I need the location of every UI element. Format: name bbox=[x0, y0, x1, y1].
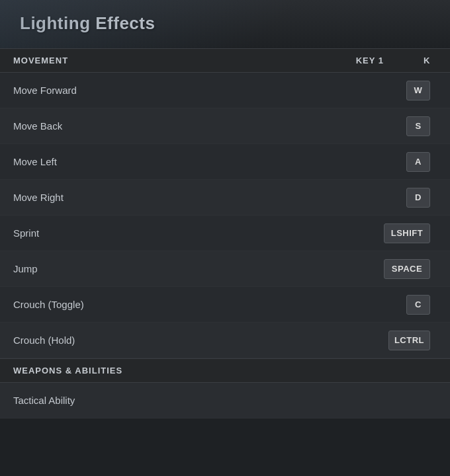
key1-binding-area[interactable]: SPACE bbox=[291, 259, 437, 279]
keybindings-content: MOVEMENT KEY 1 K Move Forward W Move Bac… bbox=[0, 49, 450, 418]
key-badge[interactable]: S bbox=[406, 116, 430, 136]
key-badge[interactable]: LCTRL bbox=[388, 331, 430, 350]
action-label: Move Forward bbox=[13, 85, 291, 96]
table-header: MOVEMENT KEY 1 K bbox=[0, 49, 450, 73]
key1-binding-area[interactable]: LCTRL bbox=[291, 331, 437, 350]
weapons-section-title: WEAPONS & ABILITIES bbox=[13, 366, 122, 376]
table-row[interactable]: Jump SPACE bbox=[0, 251, 450, 287]
table-row[interactable]: Crouch (Hold) LCTRL bbox=[0, 323, 450, 358]
table-row[interactable]: Sprint LSHIFT bbox=[0, 216, 450, 251]
key1-binding-area[interactable]: A bbox=[291, 152, 437, 172]
key-badge[interactable]: LSHIFT bbox=[384, 223, 430, 243]
action-label: Crouch (Hold) bbox=[13, 335, 291, 346]
key-badge[interactable]: SPACE bbox=[384, 259, 430, 279]
key1-binding-area[interactable]: LSHIFT bbox=[291, 223, 437, 243]
column-header-key2: K bbox=[424, 56, 437, 65]
action-label: Tactical Ability bbox=[13, 395, 291, 406]
action-label: Crouch (Toggle) bbox=[13, 299, 291, 310]
column-header-action: MOVEMENT bbox=[13, 56, 278, 65]
table-row[interactable]: Move Back S bbox=[0, 108, 450, 144]
action-label: Move Left bbox=[13, 156, 291, 167]
page-title: Lighting Effects bbox=[20, 13, 155, 33]
table-row[interactable]: Move Left A bbox=[0, 144, 450, 180]
key1-binding-area[interactable]: W bbox=[291, 81, 437, 100]
action-label: Move Back bbox=[13, 120, 291, 132]
table-row[interactable]: Crouch (Toggle) C bbox=[0, 287, 450, 323]
table-row[interactable]: Move Right D bbox=[0, 180, 450, 216]
key1-binding-area[interactable]: S bbox=[291, 116, 437, 136]
table-row[interactable]: Move Forward W bbox=[0, 73, 450, 108]
action-label: Move Right bbox=[13, 192, 291, 203]
key1-binding-area[interactable]: C bbox=[291, 295, 437, 315]
weapons-section-header: WEAPONS & ABILITIES bbox=[0, 358, 450, 383]
key-badge[interactable]: W bbox=[406, 81, 430, 100]
header-section: Lighting Effects bbox=[0, 0, 450, 49]
table-row[interactable]: Tactical Ability bbox=[0, 383, 450, 418]
action-label: Sprint bbox=[13, 227, 291, 239]
key-badge[interactable]: C bbox=[406, 295, 430, 315]
column-header-key1: KEY 1 bbox=[278, 56, 424, 65]
key-badge[interactable]: D bbox=[406, 188, 430, 208]
action-label: Jump bbox=[13, 263, 291, 274]
key-badge[interactable]: A bbox=[406, 152, 430, 172]
key1-binding-area[interactable]: D bbox=[291, 188, 437, 208]
